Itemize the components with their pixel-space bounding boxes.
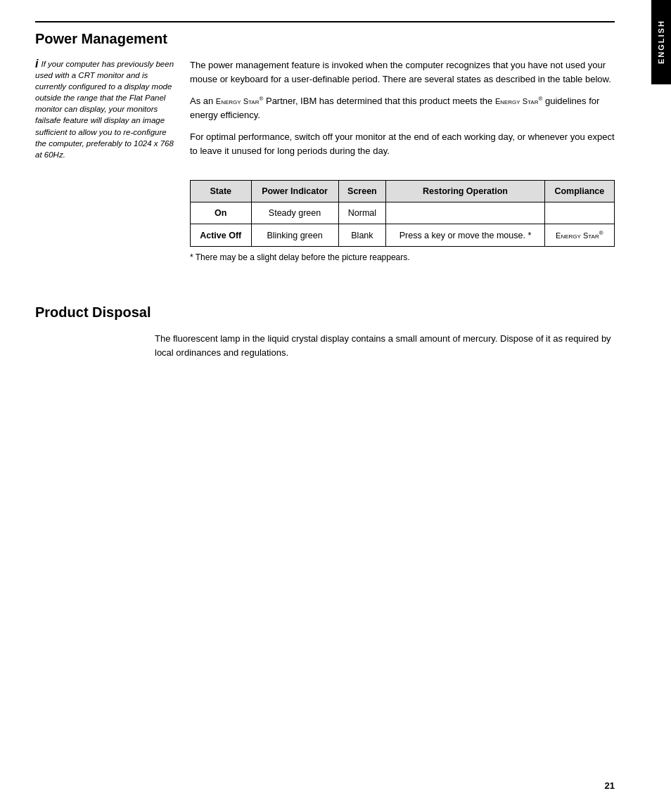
note-text: If your computer has previously been use… xyxy=(35,60,174,159)
paragraph-2: As an Energy Star® Partner, IBM has dete… xyxy=(190,94,615,122)
col-header-screen: Screen xyxy=(338,181,386,202)
state-on: On xyxy=(191,202,252,224)
info-icon: i xyxy=(35,58,38,70)
table-row: Active Off Blinking green Blank Press a … xyxy=(191,224,615,247)
col-header-compliance: Compliance xyxy=(544,181,614,202)
main-content: The power management feature is invoked … xyxy=(190,58,615,166)
disposal-content: The fluorescent lamp in the liquid cryst… xyxy=(155,332,615,359)
product-disposal-section: Product Disposal The fluorescent lamp in… xyxy=(35,304,615,359)
energy-star-1: Energy Star xyxy=(216,97,260,105)
product-disposal-title: Product Disposal xyxy=(35,304,615,321)
restoring-active-off: Press a key or move the mouse. * xyxy=(386,224,544,247)
disposal-text: The fluorescent lamp in the liquid cryst… xyxy=(155,332,615,359)
energy-star-compliance: Energy Star xyxy=(556,231,599,240)
screen-blank: Blank xyxy=(338,224,386,247)
table-section: State Power Indicator Screen Restoring O… xyxy=(190,180,615,262)
language-tab: ENGLISH xyxy=(651,0,671,84)
col-header-restoring: Restoring Operation xyxy=(386,181,544,202)
indicator-blinking: Blinking green xyxy=(251,224,338,247)
compliance-energy-star: Energy Star® xyxy=(544,224,614,247)
content-with-note: i If your computer has previously been u… xyxy=(35,58,615,166)
restoring-on xyxy=(386,202,544,224)
state-active-off: Active Off xyxy=(191,224,252,247)
sidebar-note: i If your computer has previously been u… xyxy=(35,58,176,166)
page-number: 21 xyxy=(605,780,615,791)
indicator-steady: Steady green xyxy=(251,202,338,224)
col-header-state: State xyxy=(191,181,252,202)
table-header-row: State Power Indicator Screen Restoring O… xyxy=(191,181,615,202)
compliance-on xyxy=(544,202,614,224)
power-management-table: State Power Indicator Screen Restoring O… xyxy=(190,180,615,247)
paragraph-1: The power management feature is invoked … xyxy=(190,58,615,86)
col-header-power-indicator: Power Indicator xyxy=(251,181,338,202)
table-row: On Steady green Normal xyxy=(191,202,615,224)
table-footnote: * There may be a slight delay before the… xyxy=(190,252,615,262)
paragraph-3: For optimal performance, switch off your… xyxy=(190,130,615,157)
energy-star-2: Energy Star xyxy=(495,97,539,105)
screen-normal: Normal xyxy=(338,202,386,224)
top-divider xyxy=(35,21,615,22)
power-management-title: Power Management xyxy=(35,31,615,47)
